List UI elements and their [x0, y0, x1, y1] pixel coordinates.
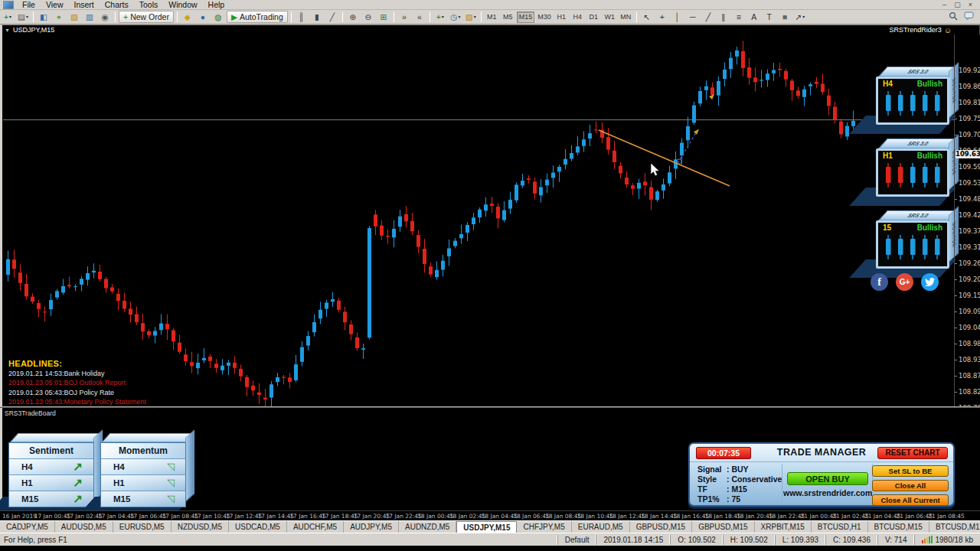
periods-button[interactable]: ◷▾ — [449, 11, 462, 23]
time-axis-label: 18 Jan 16:45 — [673, 513, 710, 520]
metaeditor-button[interactable]: ◆ — [181, 11, 194, 23]
candle — [282, 375, 286, 384]
timeframe-m15[interactable]: M15 — [517, 11, 535, 23]
chart-menu-caret-icon[interactable]: ▼ — [5, 28, 10, 33]
menu-item-insert[interactable]: Insert — [69, 0, 100, 10]
chart-tab-euraud-m5[interactable]: EURAUD,M5 — [572, 521, 630, 533]
chart-tab-xrpbit-m15[interactable]: XRPBIT,M15 — [755, 521, 812, 533]
market-button[interactable]: ◍ — [211, 11, 225, 23]
timeframe-mn[interactable]: MN — [619, 11, 633, 23]
search-icon[interactable] — [949, 11, 958, 22]
timeframe-m30[interactable]: M30 — [536, 11, 553, 23]
chart-symbol-title: USDJPY,M15 — [13, 26, 54, 34]
candle — [490, 197, 494, 213]
channel-button[interactable]: ∥ — [717, 11, 730, 23]
menu-item-file[interactable]: File — [17, 0, 41, 10]
chart-tab-usdcad-m5[interactable]: USDCAD,M5 — [229, 521, 287, 533]
chart-tab-eurusd-m5[interactable]: EURUSD,M5 — [113, 521, 172, 533]
trendline[interactable] — [599, 130, 730, 186]
facebook-icon[interactable]: f — [871, 273, 888, 291]
mouse-cursor — [651, 163, 659, 176]
candlestick-chart-button[interactable]: ▮ — [310, 11, 324, 23]
crosshair-button[interactable]: + — [655, 11, 669, 23]
candle — [815, 77, 818, 88]
twitter-icon[interactable] — [921, 273, 939, 291]
tile-windows-button[interactable]: ⊞ — [377, 11, 390, 23]
chart-tab-audnzd-m5[interactable]: AUDNZD,M5 — [399, 521, 456, 533]
menu-item-charts[interactable]: Charts — [100, 0, 134, 10]
time-axis-label: 21 Jan 08:45 — [928, 513, 965, 520]
chart-tab-audusd-m5[interactable]: AUDUSD,M5 — [55, 521, 113, 533]
timeframe-w1[interactable]: W1 — [603, 11, 617, 23]
bar-chart-button[interactable]: ║ — [295, 11, 309, 23]
close-all-current-button[interactable]: Close All Current — [872, 494, 949, 506]
timeframe-m5[interactable]: M5 — [501, 11, 515, 23]
chart-tab-usdjpy-m15[interactable]: USDJPY,M15 — [456, 521, 517, 533]
open-buy-button[interactable]: OPEN BUY — [787, 472, 868, 485]
monitor-header: H1Bullish — [878, 151, 947, 160]
profiles-button[interactable]: ▤▾ — [16, 11, 30, 23]
chart-tab-gbpusd-m15[interactable]: GBPUSD,M15 — [692, 521, 754, 533]
website-link[interactable]: www.srstrendrider.com — [783, 488, 872, 497]
menu-item-window[interactable]: Window — [163, 0, 202, 10]
timeframe-d1[interactable]: D1 — [586, 11, 601, 23]
fibonacci-button[interactable]: ≡ — [732, 11, 746, 23]
candle — [306, 331, 310, 350]
chart-tab-audchf-m5[interactable]: AUDCHF,M5 — [287, 521, 344, 533]
chat-icon[interactable] — [964, 11, 974, 22]
chart-shift-button[interactable]: « — [413, 11, 426, 23]
chart-tab-chfjpy-m5[interactable]: CHFJPY,M5 — [517, 521, 571, 533]
candle — [631, 183, 635, 195]
timeframe-h4[interactable]: H4 — [570, 11, 585, 23]
timeframe-h1[interactable]: H1 — [554, 11, 569, 23]
data-window-button[interactable]: ⌖ — [52, 11, 66, 23]
candle — [796, 86, 800, 98]
community-button[interactable]: ● — [196, 11, 210, 23]
text-label-button[interactable]: T — [763, 11, 776, 23]
shapes-button[interactable]: ■ — [778, 11, 792, 23]
arrows-button[interactable]: ↗▾ — [793, 11, 807, 23]
chart-tab-btcusd-m15[interactable]: BTCUSD,M15 — [868, 521, 929, 533]
close-all-button[interactable]: Close All — [872, 480, 949, 491]
timeframe-m1[interactable]: M1 — [485, 11, 499, 23]
zoom-out-button[interactable]: ⊖ — [361, 11, 375, 23]
reset-chart-button[interactable]: RESET CHART — [877, 447, 948, 459]
chart-tab-btcusd-h1[interactable]: BTCUSD,H1 — [812, 521, 868, 533]
menu-item-tools[interactable]: Tools — [134, 0, 164, 10]
set-sl-to-be-button[interactable]: Set SL to BE — [872, 465, 949, 477]
indicators-button[interactable]: +▾ — [433, 11, 447, 23]
close-window-icon[interactable]: × — [965, 1, 975, 8]
cursor-button[interactable]: ↖ — [640, 11, 654, 23]
up-arrow-icon: ◹ — [167, 479, 175, 487]
autotrading-button[interactable]: ▶AutoTrading — [227, 11, 288, 23]
menu-item-view[interactable]: View — [41, 0, 69, 10]
vertical-line-button[interactable]: │ — [671, 11, 684, 23]
restore-window-icon[interactable]: ▢ — [952, 1, 962, 8]
chart-tab-gbpusd-m15[interactable]: GBPUSD,M15 — [630, 521, 692, 533]
horizontal-line-button[interactable]: ─ — [686, 11, 700, 23]
chart-tab-audjpy-m5[interactable]: AUDJPY,M5 — [344, 521, 399, 533]
terminal-button[interactable]: ▥ — [83, 11, 96, 23]
minimize-window-icon[interactable]: – — [939, 1, 949, 8]
text-button[interactable]: A — [747, 11, 761, 23]
chart-tab-btcusd-m15[interactable]: BTCUSD,M15 — [929, 521, 980, 533]
chart-tab-cadjpy-m5[interactable]: CADJPY,M5 — [0, 521, 55, 533]
candle — [784, 69, 788, 87]
zoom-in-button[interactable]: ⊕ — [346, 11, 360, 23]
candle — [619, 162, 622, 179]
auto-scroll-button[interactable]: » — [397, 11, 411, 23]
trendline-button[interactable]: ╱ — [701, 11, 715, 23]
candle — [564, 149, 567, 170]
templates-button[interactable]: ▧▾ — [464, 11, 478, 23]
strategy-tester-button[interactable]: ◉ — [98, 11, 112, 23]
market-watch-button[interactable]: ◧ — [37, 11, 51, 23]
new-order-button[interactable]: +New Order — [119, 11, 174, 23]
chart-area[interactable]: HEADLINES: 2019.01.21 14:53:Bank Holiday… — [0, 34, 980, 406]
menu-item-help[interactable]: Help — [203, 0, 230, 10]
line-chart-button[interactable]: ╱ — [325, 11, 339, 23]
navigator-button[interactable]: ▨ — [67, 11, 81, 23]
chart-tab-nzdusd-m5[interactable]: NZDUSD,M5 — [172, 521, 229, 533]
google-plus-icon[interactable]: G+ — [896, 273, 913, 291]
candle — [827, 89, 831, 116]
new-chart-button[interactable]: +▾ — [1, 11, 15, 23]
